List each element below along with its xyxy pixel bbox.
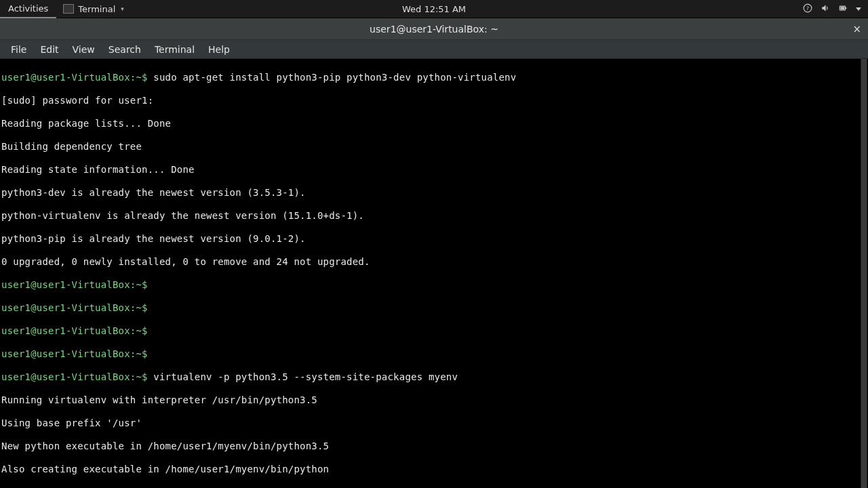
app-menu-label: Terminal — [78, 4, 115, 14]
terminal-scrollbar[interactable] — [861, 59, 867, 488]
system-menu-chevron-icon[interactable] — [856, 7, 861, 11]
scrollbar-thumb[interactable] — [861, 59, 867, 488]
output-line: Reading state information... Done — [1, 164, 867, 176]
window-titlebar: user1@user1-VirtualBox: ~ × — [0, 18, 868, 40]
menu-file[interactable]: File — [4, 41, 33, 58]
prompt: user1@user1-VirtualBox:~$ — [1, 279, 148, 290]
command-text: virtualenv -p python3.5 --system-site-pa… — [148, 371, 458, 382]
activities-button[interactable]: Activities — [0, 0, 56, 18]
output-line: Building dependency tree — [1, 141, 867, 152]
output-line: python3-pip is already the newest versio… — [1, 233, 867, 245]
terminal-body[interactable]: user1@user1-VirtualBox:~$ sudo apt-get i… — [0, 59, 868, 488]
prompt: user1@user1-VirtualBox:~$ — [1, 371, 148, 382]
prompt: user1@user1-VirtualBox:~$ — [1, 302, 148, 313]
svg-text:?: ? — [806, 5, 809, 11]
command-text: sudo apt-get install python3-pip python3… — [148, 72, 517, 83]
svg-rect-3 — [846, 7, 846, 8]
volume-icon[interactable] — [821, 3, 830, 15]
menu-view[interactable]: View — [66, 41, 102, 58]
menu-terminal[interactable]: Terminal — [148, 41, 201, 58]
output-line: [sudo] password for user1: — [1, 95, 867, 106]
prompt: user1@user1-VirtualBox:~$ — [1, 325, 148, 336]
battery-icon[interactable] — [838, 3, 848, 15]
output-line: 0 upgraded, 0 newly installed, 0 to remo… — [1, 256, 867, 268]
output-line: Also creating executable in /home/user1/… — [1, 464, 867, 475]
menu-help[interactable]: Help — [201, 41, 237, 58]
prompt: user1@user1-VirtualBox:~$ — [1, 72, 148, 83]
prompt: user1@user1-VirtualBox:~$ — [1, 348, 148, 359]
output-line: python-virtualenv is already the newest … — [1, 210, 867, 222]
gnome-topbar: Activities Terminal ▾ Wed 12:51 AM ? — [0, 0, 868, 18]
accessibility-icon[interactable]: ? — [803, 3, 812, 15]
output-line: Using base prefix '/usr' — [1, 418, 867, 429]
clock[interactable]: Wed 12:51 AM — [402, 4, 466, 14]
window-close-button[interactable]: × — [852, 23, 861, 35]
app-menu[interactable]: Terminal ▾ — [56, 0, 130, 18]
output-line: Reading package lists... Done — [1, 118, 867, 129]
terminal-icon — [63, 4, 74, 14]
terminal-menubar: File Edit View Search Terminal Help — [0, 40, 868, 59]
window-title: user1@user1-VirtualBox: ~ — [370, 24, 498, 35]
system-tray[interactable]: ? — [803, 3, 868, 15]
chevron-down-icon: ▾ — [121, 5, 124, 12]
menu-edit[interactable]: Edit — [33, 41, 65, 58]
output-line: python3-dev is already the newest versio… — [1, 187, 867, 199]
output-line: Running virtualenv with interpreter /usr… — [1, 394, 867, 406]
svg-rect-4 — [841, 7, 845, 9]
output-line: New python executable in /home/user1/mye… — [1, 441, 867, 452]
menu-search[interactable]: Search — [102, 41, 148, 58]
